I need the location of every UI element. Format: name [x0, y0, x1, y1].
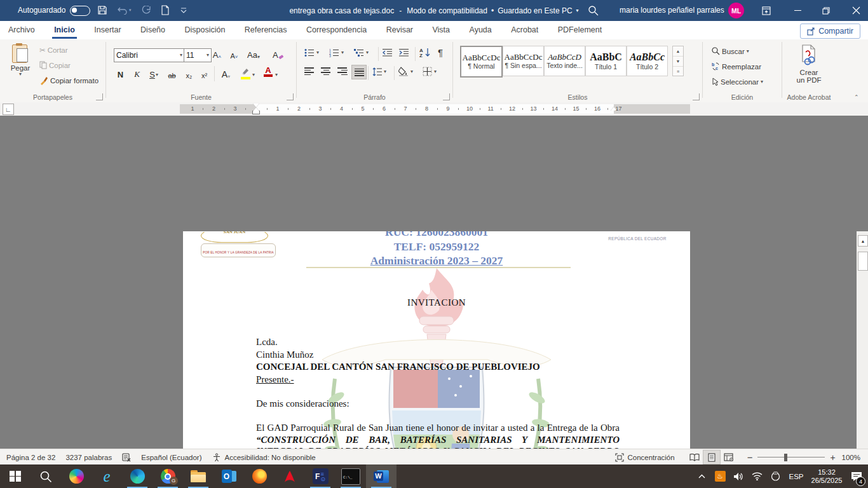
- select-button[interactable]: Seleccionar▾: [712, 78, 763, 86]
- tray-show-hidden-icons[interactable]: [695, 464, 709, 488]
- tab-correspondencia[interactable]: Correspondencia: [298, 21, 375, 39]
- clear-formatting-button[interactable]: A: [273, 48, 284, 60]
- taskbar-search-button[interactable]: [31, 464, 61, 488]
- proofing-errors-icon[interactable]: [122, 453, 131, 462]
- print-layout-button[interactable]: [703, 450, 721, 464]
- saved-location-label[interactable]: Guardado en Este PC: [498, 6, 572, 15]
- taskbar-copilot-button[interactable]: [61, 464, 92, 488]
- taskbar-chrome-button[interactable]: G: [153, 464, 183, 488]
- tab-ayuda[interactable]: Ayuda: [461, 21, 500, 39]
- share-button[interactable]: Compartir: [800, 24, 860, 39]
- taskbar-file-explorer-button[interactable]: [183, 464, 214, 488]
- minimize-button[interactable]: [787, 0, 808, 21]
- zoom-out-button[interactable]: −: [747, 454, 753, 461]
- tab-pdfelement[interactable]: PDFelement: [550, 21, 610, 39]
- tray-notification-center[interactable]: 4: [846, 464, 867, 488]
- taskbar-ie-button[interactable]: e: [92, 464, 122, 488]
- tray-clock[interactable]: 15:32 26/5/2025: [808, 464, 845, 488]
- tab-referencias[interactable]: Referencias: [236, 21, 295, 39]
- accessibility-icon[interactable]: [212, 453, 221, 462]
- sort-button[interactable]: AZ: [419, 47, 431, 59]
- styles-scroll-down-icon[interactable]: ▼: [673, 56, 683, 66]
- style-sin-espacio[interactable]: AaBbCcDc¶ Sin espa...: [503, 46, 544, 76]
- indent-markers[interactable]: [253, 104, 259, 114]
- find-button[interactable]: Buscar▾: [712, 47, 749, 55]
- start-button[interactable]: [0, 464, 31, 488]
- taskbar-outlook-button[interactable]: O: [214, 464, 244, 488]
- accessibility-status[interactable]: Accesibilidad: No disponible: [225, 454, 316, 461]
- zoom-level[interactable]: 100%: [842, 454, 860, 461]
- zoom-slider[interactable]: [757, 453, 825, 462]
- styles-gallery-more-icon[interactable]: ≡: [673, 66, 683, 76]
- decrease-indent-button[interactable]: [383, 48, 393, 58]
- style-titulo-1[interactable]: AaBbCTítulo 1: [585, 46, 627, 76]
- format-painter-button[interactable]: Copiar formato: [39, 76, 98, 85]
- tab-stop-selector[interactable]: ∟: [3, 104, 14, 115]
- text-effects-button[interactable]: A▾: [220, 67, 231, 79]
- highlight-button[interactable]: [241, 67, 250, 79]
- tray-volume-icon[interactable]: [730, 464, 747, 488]
- superscript-button[interactable]: x²: [199, 67, 210, 79]
- tray-language-indicator[interactable]: ESP: [785, 464, 807, 488]
- restore-button[interactable]: [815, 0, 837, 21]
- zoom-in-button[interactable]: +: [830, 454, 835, 461]
- focus-mode-button[interactable]: Concentración: [627, 454, 674, 461]
- highlight-dropdown-icon[interactable]: ▾: [252, 72, 255, 78]
- user-avatar[interactable]: ML: [728, 3, 744, 18]
- read-mode-button[interactable]: [686, 451, 703, 464]
- font-dialog-launcher[interactable]: [287, 93, 294, 100]
- create-pdf-button[interactable]: Crear un PDF: [782, 44, 836, 84]
- tab-insertar[interactable]: Insertar: [86, 21, 129, 39]
- clipboard-dialog-launcher[interactable]: [96, 93, 103, 100]
- font-name-combo[interactable]: Calibri▾: [114, 48, 185, 62]
- tray-java-update-icon[interactable]: ♨: [712, 464, 728, 488]
- scroll-up-icon[interactable]: ▲: [858, 235, 868, 247]
- zoom-slider-thumb[interactable]: [784, 454, 787, 461]
- customize-quick-access-icon[interactable]: [180, 8, 187, 13]
- taskbar-terminal-button[interactable]: C:\_: [336, 464, 366, 488]
- style-normal[interactable]: AaBbCcDc¶ Normal: [460, 46, 503, 78]
- multilevel-list-button[interactable]: ▾: [354, 48, 369, 57]
- style-texto-independiente[interactable]: AaBbCcDTexto inde...: [544, 46, 585, 76]
- paragraph-dialog-launcher[interactable]: [443, 93, 450, 100]
- borders-button[interactable]: ▾: [423, 67, 437, 76]
- tab-inicio[interactable]: Inicio: [46, 21, 83, 39]
- font-color-button[interactable]: A: [264, 66, 273, 77]
- search-icon[interactable]: [588, 5, 599, 16]
- styles-scroll-up-icon[interactable]: ▲: [673, 46, 683, 56]
- ribbon-display-options-button[interactable]: [756, 0, 777, 21]
- collapse-ribbon-icon[interactable]: ⌃: [854, 94, 859, 100]
- align-center-button[interactable]: [321, 67, 331, 75]
- close-button[interactable]: [845, 0, 867, 21]
- copy-button[interactable]: Copiar: [39, 61, 71, 69]
- autosave-toggle[interactable]: [70, 6, 90, 16]
- tab-acrobat[interactable]: Acrobat: [503, 21, 546, 39]
- styles-dialog-launcher[interactable]: [693, 93, 700, 100]
- tab-archivo[interactable]: Archivo: [0, 21, 43, 39]
- tab-revisar[interactable]: Revisar: [378, 21, 421, 39]
- align-left-button[interactable]: [304, 67, 315, 75]
- bullets-button[interactable]: ▾: [304, 48, 319, 57]
- strikethrough-button[interactable]: ab: [166, 67, 177, 79]
- tab-vista[interactable]: Vista: [424, 21, 458, 39]
- title-dropdown-icon[interactable]: ▾: [576, 8, 579, 13]
- language-indicator[interactable]: Español (Ecuador): [141, 454, 201, 461]
- style-titulo-2[interactable]: AaBbCcTítulo 2: [627, 46, 668, 76]
- new-document-icon[interactable]: [161, 5, 170, 15]
- word-count[interactable]: 3237 palabras: [65, 454, 112, 461]
- taskbar-edge-button[interactable]: [122, 464, 153, 488]
- font-color-dropdown-icon[interactable]: ▾: [275, 72, 278, 78]
- tray-wifi-icon[interactable]: [749, 464, 765, 488]
- cut-button[interactable]: ✂Cortar: [39, 46, 68, 55]
- font-size-combo[interactable]: 11▾: [184, 48, 212, 62]
- taskbar-word-button[interactable]: W: [366, 464, 397, 488]
- taskbar-firefox-button[interactable]: [244, 464, 275, 488]
- page-indicator[interactable]: Página 2 de 32: [6, 454, 55, 461]
- save-icon[interactable]: [97, 5, 107, 15]
- change-case-button[interactable]: Aa▾: [247, 48, 260, 60]
- taskbar-acrobat-button[interactable]: [275, 464, 305, 488]
- taskbar-pdfelement-button[interactable]: F ≡⊙: [305, 464, 336, 488]
- paste-button[interactable]: Pegar ▾: [6, 43, 34, 77]
- subscript-button[interactable]: x₂: [184, 67, 194, 79]
- increase-indent-button[interactable]: [399, 48, 409, 58]
